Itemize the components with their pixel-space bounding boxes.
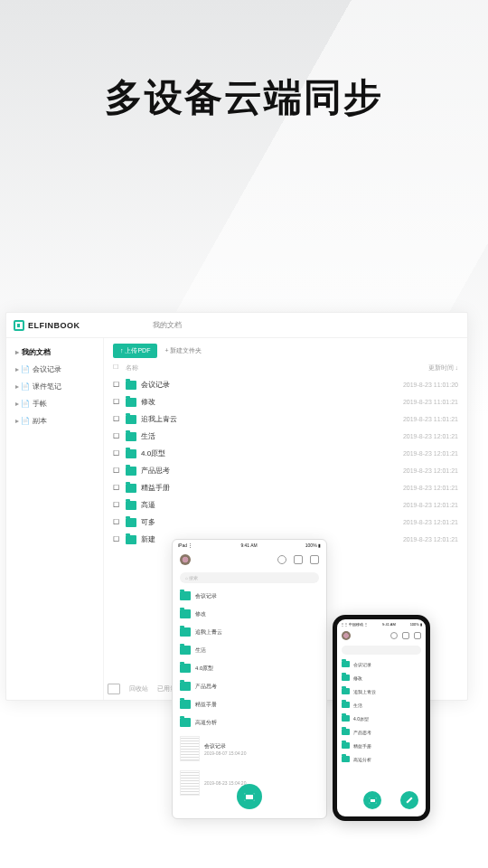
list-item[interactable]: 4.0原型 xyxy=(342,712,421,725)
folder-icon xyxy=(126,518,136,527)
folder-icon xyxy=(126,415,136,424)
sidebar-item[interactable]: ▸我的文档 xyxy=(6,344,103,361)
tablet-navbar xyxy=(173,551,326,569)
folder-icon xyxy=(180,609,191,618)
list-item[interactable]: 精益手册 xyxy=(342,739,421,752)
doc-item[interactable]: 会议记录2019-08-07 15:04:20 xyxy=(180,731,319,766)
list-item[interactable]: 精益手册 xyxy=(180,695,319,713)
list-item[interactable]: 追我上青云 xyxy=(180,623,319,641)
folder-icon xyxy=(180,591,191,600)
list-item[interactable]: 修改 xyxy=(180,605,319,623)
folder-icon xyxy=(342,675,350,681)
camera-fab[interactable] xyxy=(363,791,381,809)
new-folder-button[interactable]: + 新建文件夹 xyxy=(164,346,202,355)
add-icon[interactable] xyxy=(294,555,303,564)
table-row[interactable]: ☐修改2019-8-23 11:01:21 xyxy=(113,393,458,410)
folder-icon xyxy=(126,381,136,390)
list-item[interactable]: 追我上青云 xyxy=(342,684,421,698)
settings-icon[interactable] xyxy=(414,632,421,639)
folder-icon xyxy=(342,702,350,708)
window-header: ELFINBOOK 我的文档 xyxy=(6,313,467,338)
folder-icon xyxy=(180,627,191,637)
avatar[interactable] xyxy=(180,554,191,565)
col-date[interactable]: 更新时间 ↓ xyxy=(386,363,458,373)
folder-icon xyxy=(342,756,350,762)
tablet-device: iPad ⋮ 9:41 AM 100% ▮ ⌕ 搜索 会议记录修改追我上青云生活… xyxy=(172,539,327,819)
table-row[interactable]: ☐4.0原型2019-8-23 12:01:21 xyxy=(113,445,458,462)
sidebar-item[interactable]: ▸ 📄课件笔记 xyxy=(6,378,103,395)
folder-icon xyxy=(126,484,136,493)
edit-fab[interactable] xyxy=(400,791,418,809)
brand-text: ELFINBOOK xyxy=(28,321,80,330)
list-item[interactable]: 产品思考 xyxy=(342,725,421,739)
trash-icon[interactable] xyxy=(108,684,120,694)
brand: ELFINBOOK xyxy=(14,320,80,331)
folder-icon xyxy=(342,715,350,722)
brand-icon xyxy=(14,320,24,331)
folder-icon xyxy=(126,535,136,544)
doc-thumb-icon xyxy=(180,770,200,796)
list-item[interactable]: 4.0原型 xyxy=(180,659,319,677)
scan-icon[interactable] xyxy=(277,555,286,564)
folder-icon xyxy=(180,718,191,727)
phone-navbar xyxy=(337,628,426,643)
folder-icon xyxy=(126,432,136,441)
folder-icon xyxy=(126,501,136,510)
list-item[interactable]: 高逼分析 xyxy=(180,713,319,731)
list-item[interactable]: 会议记录 xyxy=(180,587,319,605)
search-input[interactable]: ⌕ 搜索 xyxy=(180,572,319,583)
folder-icon xyxy=(126,449,136,458)
table-row[interactable]: ☐产品思考2019-8-23 12:01:21 xyxy=(113,462,458,479)
avatar[interactable] xyxy=(342,631,351,640)
table-row[interactable]: ☐会议记录2019-8-23 11:01:20 xyxy=(113,376,458,393)
sidebar: ▸我的文档▸ 📄会议记录▸ 📄课件笔记▸ 📄手帐▸ 📄副本 xyxy=(6,338,104,700)
sidebar-item[interactable]: ▸ 📄会议记录 xyxy=(6,361,103,378)
search-input[interactable] xyxy=(342,646,421,655)
trash-label[interactable]: 回收站 xyxy=(129,684,148,693)
list-item[interactable]: 会议记录 xyxy=(342,657,421,671)
table-row[interactable]: ☐生活2019-8-23 12:01:21 xyxy=(113,428,458,445)
breadcrumb: 我的文档 xyxy=(153,320,182,330)
table-row[interactable]: ☐高逼2019-8-23 12:01:21 xyxy=(113,496,458,514)
folder-icon xyxy=(342,661,350,667)
add-icon[interactable] xyxy=(402,632,409,639)
phone-statusbar: ⋮⋮ 中国移动 ⋮ 9:41 AM 100% ▮ xyxy=(337,619,426,628)
table-header: ☐ 名称 更新时间 ↓ xyxy=(113,363,458,373)
list-item[interactable]: 生活 xyxy=(180,641,319,659)
folder-icon xyxy=(342,742,350,749)
upload-pdf-button[interactable]: ↑ 上传PDF xyxy=(113,344,157,358)
list-item[interactable]: 修改 xyxy=(342,671,421,684)
tablet-statusbar: iPad ⋮ 9:41 AM 100% ▮ xyxy=(173,540,326,551)
sidebar-item[interactable]: ▸ 📄手帐 xyxy=(6,395,103,412)
col-name[interactable]: 名称 xyxy=(126,363,386,373)
table-row[interactable]: ☐追我上青云2019-8-23 11:01:21 xyxy=(113,410,458,428)
hero-title: 多设备云端同步 xyxy=(0,72,488,123)
list-item[interactable]: 生活 xyxy=(342,698,421,712)
list-item[interactable]: 高逼分析 xyxy=(342,752,421,766)
folder-icon xyxy=(342,729,350,735)
folder-icon xyxy=(342,688,350,694)
table-row[interactable]: ☐精益手册2019-8-23 12:01:21 xyxy=(113,479,458,496)
folder-icon xyxy=(126,398,136,407)
list-item[interactable]: 产品思考 xyxy=(180,677,319,695)
folder-icon xyxy=(180,682,191,691)
scan-icon[interactable] xyxy=(390,632,398,639)
settings-icon[interactable] xyxy=(310,555,319,564)
doc-thumb-icon xyxy=(180,736,200,761)
folder-icon xyxy=(180,700,191,709)
folder-icon xyxy=(126,467,136,476)
table-row[interactable]: ☐可多2019-8-23 12:01:21 xyxy=(113,514,458,531)
phone-device: ⋮⋮ 中国移动 ⋮ 9:41 AM 100% ▮ 会议记录修改追我上青云生活4.… xyxy=(333,615,430,821)
folder-icon xyxy=(180,664,191,673)
folder-icon xyxy=(180,646,191,655)
sidebar-item[interactable]: ▸ 📄副本 xyxy=(6,412,103,429)
camera-fab[interactable] xyxy=(237,784,262,809)
